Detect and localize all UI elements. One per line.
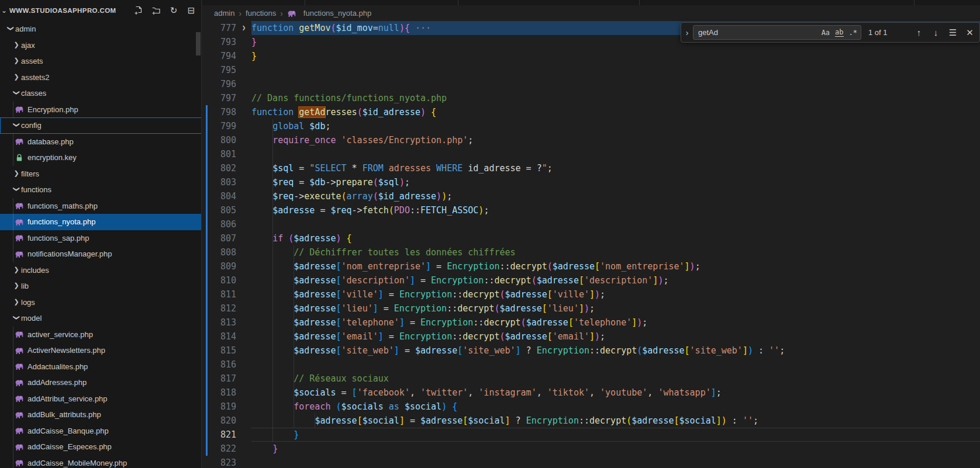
sidebar-file-Addactualites.php[interactable]: Addactualites.php — [0, 359, 202, 375]
sidebar-file-functions_sap.php[interactable]: functions_sap.php — [0, 230, 202, 247]
code-line-808[interactable]: 808 // Déchiffrer toutes les données chi… — [202, 245, 980, 259]
chevron-expanded-icon[interactable]: ❯ — [13, 120, 20, 130]
sidebar-file-addAdresses.php[interactable]: addAdresses.php — [0, 375, 202, 391]
sidebar-file-addCaisse_Banque.php[interactable]: addCaisse_Banque.php — [0, 423, 202, 439]
line-number[interactable]: 796 — [202, 77, 236, 91]
sidebar-folder-admin[interactable]: ❯admin — [0, 21, 202, 37]
chevron-collapsed-icon[interactable]: ❯ — [12, 41, 21, 48]
sidebar-folder-model[interactable]: ❯model — [0, 310, 202, 327]
chevron-down-icon[interactable]: ⌄ — [1, 6, 9, 15]
code-line-806[interactable]: 806 — [202, 217, 980, 231]
sidebar-file-addCaisse_Especes.php[interactable]: addCaisse_Especes.php — [0, 439, 202, 455]
close-find-button[interactable]: ✕ — [962, 25, 977, 40]
sidebar-file-functions_nyota.php[interactable]: functions_nyota.php — [0, 214, 202, 230]
code-line-813[interactable]: 813 $adresse['telephone'] = Encryption::… — [202, 316, 980, 330]
whole-word-icon[interactable]: ab — [835, 28, 843, 37]
code-line-801[interactable]: 801 — [202, 147, 980, 161]
chevron-collapsed-icon[interactable]: ❯ — [12, 73, 21, 81]
chevron-expanded-icon[interactable]: ❯ — [7, 24, 15, 33]
match-case-icon[interactable]: Aa — [822, 29, 830, 37]
chevron-expanded-icon[interactable]: ❯ — [13, 185, 20, 194]
line-number[interactable]: 795 — [202, 63, 236, 77]
php-file-icon — [14, 346, 24, 355]
sidebar-file-encryption.key[interactable]: encryption.key — [0, 150, 202, 166]
line-number[interactable]: 793 — [202, 35, 236, 49]
sidebar-folder-asstets2[interactable]: ❯asstets2 — [0, 70, 202, 86]
sidebar-folder-filters[interactable]: ❯filters — [0, 166, 202, 182]
refresh-icon[interactable]: ↻ — [167, 4, 180, 17]
code-line-823[interactable]: 823 — [202, 456, 980, 468]
regex-icon[interactable]: .* — [849, 29, 857, 37]
find-input[interactable]: getAd Aa ab .* — [693, 25, 861, 40]
code-line-818[interactable]: 818 $socials = ['facebook', 'twitter', '… — [202, 386, 980, 400]
code-line-811[interactable]: 811 $adresse['ville'] = Encryption::decr… — [202, 287, 980, 301]
new-file-icon[interactable] — [132, 4, 145, 17]
breadcrumb-item[interactable]: functions_nyota.php — [287, 9, 371, 18]
sidebar-folder-logs[interactable]: ❯logs — [0, 294, 202, 311]
chevron-collapsed-icon[interactable]: ❯ — [12, 57, 21, 64]
sidebar-folder-assets[interactable]: ❯assets — [0, 53, 202, 70]
code-line-803[interactable]: 803 $req = $db->prepare($sql); — [202, 175, 980, 189]
code-line-817[interactable]: 817 // Réseaux sociaux — [202, 372, 980, 386]
sidebar-file-ActiverNewsletters.php[interactable]: ActiverNewsletters.php — [0, 342, 202, 359]
chevron-collapsed-icon[interactable]: ❯ — [12, 266, 21, 273]
chevron-expanded-icon[interactable]: ❯ — [13, 313, 20, 323]
next-match-button[interactable]: ↓ — [929, 25, 943, 40]
chevron-collapsed-icon[interactable]: ❯ — [12, 282, 21, 289]
breadcrumb-item[interactable]: admin — [214, 9, 234, 18]
code-line-805[interactable]: 805 $adresse = $req->fetch(PDO::FETCH_AS… — [202, 203, 980, 217]
code-line-802[interactable]: 802 $sql = "SELECT * FROM adresses WHERE… — [202, 161, 980, 175]
sidebar-file-addCaisse_MobileMoney.php[interactable]: addCaisse_MobileMoney.php — [0, 455, 202, 468]
code-area[interactable]: 777❯function getMov($id_mov=null){ ···79… — [202, 21, 980, 468]
code-line-814[interactable]: 814 $adresse['email'] = Encryption::decr… — [202, 330, 980, 344]
code-line-810[interactable]: 810 $adresse['description'] = Encryption… — [202, 273, 980, 287]
code-line-809[interactable]: 809 $adresse['nom_entreprise'] = Encrypt… — [202, 259, 980, 273]
sidebar-file-activer_service.php[interactable]: activer_service.php — [0, 327, 202, 343]
breadcrumb-item[interactable]: functions — [246, 9, 276, 18]
line-number[interactable]: 797 — [202, 91, 236, 105]
sidebar-folder-config[interactable]: ❯config — [0, 117, 202, 134]
code-line-820[interactable]: 820 $adresse[$social] = $adresse[$social… — [202, 414, 980, 428]
code-line-807[interactable]: 807 if ($adresse) { — [202, 231, 980, 245]
sidebar-folder-lib[interactable]: ❯lib — [0, 278, 202, 294]
sidebar-file-addBulk_attributs.php[interactable]: addBulk_attributs.php — [0, 407, 202, 423]
code-line-812[interactable]: 812 $adresse['lieu'] = Encryption::decry… — [202, 301, 980, 316]
find-in-selection-button[interactable]: ☰ — [946, 25, 960, 40]
code-line-816[interactable]: 816 — [202, 358, 980, 372]
previous-match-button[interactable]: ↑ — [912, 25, 926, 40]
sidebar-file-database.php[interactable]: database.php — [0, 134, 202, 150]
code-line-795[interactable]: 795 — [202, 63, 980, 77]
sidebar-folder-includes[interactable]: ❯includes — [0, 262, 202, 279]
code-line-800[interactable]: 800 require_once 'classes/Encryption.php… — [202, 133, 980, 147]
code-line-797[interactable]: 797// Dans functions/functions_nyota.php — [202, 91, 980, 105]
sidebar-file-addAttribut_service.php[interactable]: addAttribut_service.php — [0, 391, 202, 407]
code-line-799[interactable]: 799 global $db; — [202, 119, 980, 133]
sidebar-file-Encryption.php[interactable]: Encryption.php — [0, 102, 202, 118]
fold-chevron-icon[interactable]: ❯ — [236, 21, 251, 35]
sidebar-folder-classes[interactable]: ❯classes — [0, 85, 202, 102]
code-line-796[interactable]: 796 — [202, 77, 980, 91]
toggle-replace-icon[interactable]: › — [681, 28, 693, 37]
find-query-text[interactable]: getAd — [698, 28, 816, 37]
chevron-collapsed-icon[interactable]: ❯ — [12, 298, 21, 306]
code-line-822[interactable]: 822 } — [202, 442, 980, 456]
code-line-804[interactable]: 804 $req->execute(array($id_adresse)); — [202, 189, 980, 203]
sidebar-folder-functions[interactable]: ❯functions — [0, 182, 202, 198]
explorer-section-title[interactable]: WWW.STUDIOASAPHPRO.COM — [9, 7, 116, 14]
sidebar-file-functions_maths.php[interactable]: functions_maths.php — [0, 198, 202, 214]
collapse-folders-icon[interactable]: ⊟ — [185, 4, 198, 17]
code-line-821[interactable]: 821 } — [202, 428, 980, 442]
line-number[interactable]: 823 — [202, 456, 236, 468]
sidebar-folder-ajax[interactable]: ❯ajax — [0, 37, 202, 54]
code-line-815[interactable]: 815 $adresse['site_web'] = $adresse['sit… — [202, 344, 980, 358]
chevron-collapsed-icon[interactable]: ❯ — [12, 169, 21, 177]
sidebar-scrollbar[interactable] — [196, 32, 201, 56]
code-line-794[interactable]: 794} — [202, 49, 980, 63]
code-line-798[interactable]: 798function getAdresses($id_adresse) { — [202, 105, 980, 119]
new-folder-icon[interactable] — [150, 4, 163, 17]
line-number[interactable]: 777 — [202, 21, 236, 35]
chevron-expanded-icon[interactable]: ❯ — [13, 88, 20, 98]
sidebar-file-notificationsManager.php[interactable]: notificationsManager.php — [0, 246, 202, 262]
code-line-819[interactable]: 819 foreach ($socials as $social) { — [202, 400, 980, 414]
line-number[interactable]: 794 — [202, 49, 236, 63]
